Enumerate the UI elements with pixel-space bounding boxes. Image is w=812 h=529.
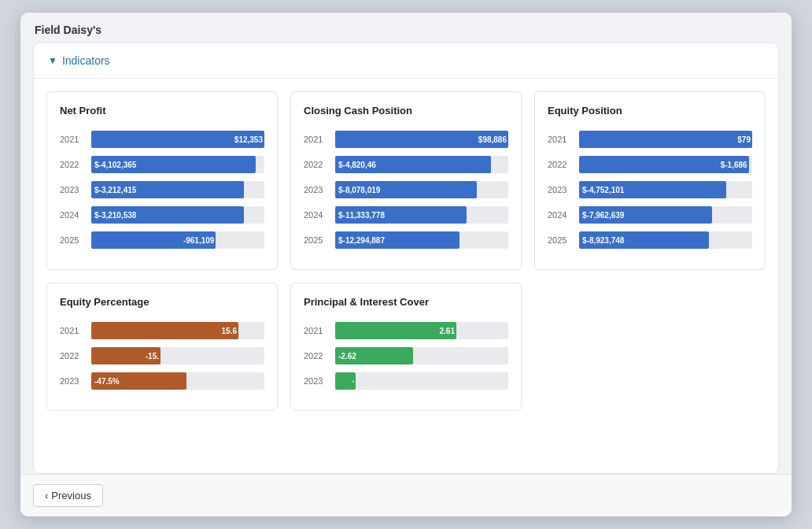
bottom-cards-grid: Equity Percentage 2021 15.6 2022 -15.: [34, 270, 778, 424]
title-bar: Field Daisy's: [20, 13, 792, 43]
equity-percentage-title: Equity Percentage: [60, 296, 264, 308]
equity-percentage-card: Equity Percentage 2021 15.6 2022 -15.: [46, 283, 278, 411]
chart-row: 2023 -: [304, 372, 508, 390]
chart-row: 2021 $12,353: [60, 131, 264, 148]
indicators-header: ▼ Indicators: [34, 43, 778, 79]
closing-cash-card: Closing Cash Position 2021 $98,886 2022 …: [290, 91, 522, 270]
chart-row: 2025 $-12,294,887: [304, 231, 508, 249]
chart-row: 2025 $-8,923,748: [548, 231, 752, 249]
chart-row: 2022 $-4,820,46: [304, 156, 508, 173]
footer-bar: ‹ Previous: [20, 474, 792, 516]
main-window: Field Daisy's ▼ Indicators Net Profit 20…: [20, 13, 792, 516]
closing-cash-title: Closing Cash Position: [304, 105, 508, 117]
chart-row: 2022 $-1,686: [548, 156, 752, 173]
content-area: ▼ Indicators Net Profit 2021 $12,353: [33, 43, 779, 474]
chart-row: 2023 $-8,078,019: [304, 181, 508, 198]
chevron-down-icon: ▼: [48, 55, 57, 66]
previous-label: Previous: [51, 490, 91, 501]
principal-interest-title: Principal & Interest Cover: [304, 296, 508, 308]
net-profit-card: Net Profit 2021 $12,353 2022 $-4,10: [46, 91, 278, 270]
chart-row: 2023 $-4,752,101: [548, 181, 752, 198]
chevron-left-icon: ‹: [45, 490, 48, 501]
net-profit-title: Net Profit: [60, 105, 264, 117]
equity-position-title: Equity Position: [548, 105, 752, 117]
chart-row: 2021 15.6: [60, 322, 264, 339]
chart-row: 2023 -47.5%: [60, 372, 264, 390]
chart-row: 2022 $-4,102,365: [60, 156, 264, 173]
top-cards-grid: Net Profit 2021 $12,353 2022 $-4,10: [34, 79, 778, 270]
chart-row: 2024 $-11,333,778: [304, 206, 508, 224]
chart-row: 2022 -15.: [60, 347, 264, 364]
chart-row: 2024 $-3,210,538: [60, 206, 264, 224]
chart-row: 2021 $98,886: [304, 131, 508, 148]
chart-row: 2024 $-7,962,639: [548, 206, 752, 224]
chart-row: 2022 -2.62: [304, 347, 508, 364]
window-title: Field Daisy's: [35, 24, 102, 36]
indicators-label: Indicators: [62, 54, 110, 67]
chart-row: 2021 $79: [548, 131, 752, 148]
previous-button[interactable]: ‹ Previous: [33, 484, 103, 507]
chart-row: 2023 $-3,212,415: [60, 181, 264, 198]
chart-row: 2025 -961,109: [60, 231, 264, 249]
equity-position-card: Equity Position 2021 $79 2022 $-1,686: [534, 91, 766, 270]
principal-interest-card: Principal & Interest Cover 2021 2.61 202…: [290, 283, 522, 411]
chart-row: 2021 2.61: [304, 322, 508, 339]
